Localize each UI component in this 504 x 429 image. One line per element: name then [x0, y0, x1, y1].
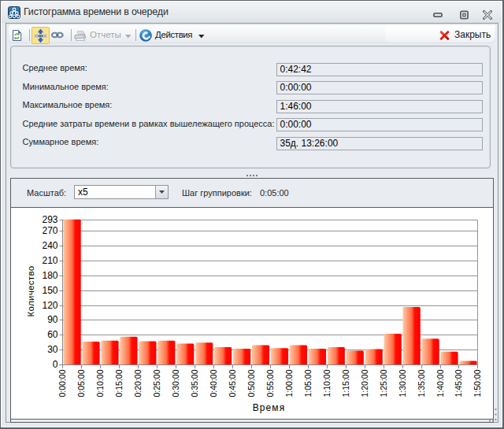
svg-text:Количество: Количество: [26, 266, 35, 317]
svg-text:1:45:00: 1:45:00: [454, 369, 463, 397]
svg-text:1:25:00: 1:25:00: [379, 369, 388, 397]
svg-text:180: 180: [42, 270, 57, 281]
svg-text:1:35:00: 1:35:00: [417, 369, 426, 397]
svg-text:1:10:00: 1:10:00: [322, 369, 332, 397]
svg-text:150: 150: [42, 285, 57, 296]
svg-text:0:00:00: 0:00:00: [57, 369, 67, 397]
svg-text:1:30:00: 1:30:00: [398, 369, 407, 397]
svg-text:0:05:00: 0:05:00: [76, 369, 86, 397]
svg-text:0:55:00: 0:55:00: [265, 369, 275, 397]
svg-text:1:50:00: 1:50:00: [472, 369, 482, 397]
svg-text:1:00:00: 1:00:00: [284, 369, 294, 397]
svg-text:0:25:00: 0:25:00: [152, 369, 161, 397]
svg-text:0:35:00: 0:35:00: [190, 369, 199, 397]
svg-text:60: 60: [47, 329, 58, 340]
svg-text:0:10:00: 0:10:00: [95, 369, 105, 397]
svg-text:0:30:00: 0:30:00: [171, 369, 180, 397]
svg-text:90: 90: [47, 314, 58, 325]
svg-text:0:45:00: 0:45:00: [228, 369, 237, 397]
svg-text:Время: Время: [253, 402, 286, 413]
svg-text:293: 293: [42, 214, 57, 225]
svg-text:0:50:00: 0:50:00: [246, 369, 256, 397]
svg-text:1:05:00: 1:05:00: [303, 369, 313, 397]
svg-text:240: 240: [42, 240, 57, 251]
svg-text:1:40:00: 1:40:00: [435, 369, 445, 397]
svg-text:0:15:00: 0:15:00: [114, 369, 124, 397]
svg-text:270: 270: [42, 225, 57, 236]
svg-text:0:20:00: 0:20:00: [133, 369, 143, 397]
svg-text:120: 120: [42, 300, 57, 311]
svg-text:0:40:00: 0:40:00: [209, 369, 218, 397]
svg-text:210: 210: [42, 255, 57, 266]
svg-text:0: 0: [53, 359, 58, 370]
svg-text:1:15:00: 1:15:00: [341, 369, 350, 397]
svg-text:30: 30: [47, 344, 58, 355]
svg-text:1:20:00: 1:20:00: [360, 369, 369, 397]
